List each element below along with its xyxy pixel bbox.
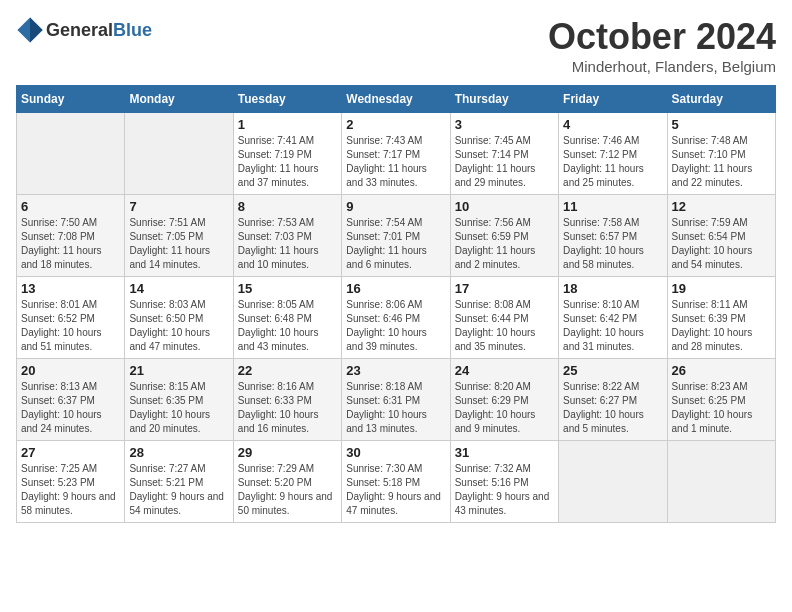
day-info: Sunrise: 8:16 AMSunset: 6:33 PMDaylight:… — [238, 380, 337, 436]
calendar-cell — [667, 441, 775, 523]
day-info: Sunrise: 7:43 AMSunset: 7:17 PMDaylight:… — [346, 134, 445, 190]
calendar-subtitle: Minderhout, Flanders, Belgium — [548, 58, 776, 75]
calendar-cell: 17Sunrise: 8:08 AMSunset: 6:44 PMDayligh… — [450, 277, 558, 359]
day-info: Sunrise: 8:11 AMSunset: 6:39 PMDaylight:… — [672, 298, 771, 354]
calendar-cell: 22Sunrise: 8:16 AMSunset: 6:33 PMDayligh… — [233, 359, 341, 441]
day-number: 15 — [238, 281, 337, 296]
day-info: Sunrise: 7:53 AMSunset: 7:03 PMDaylight:… — [238, 216, 337, 272]
calendar-cell: 27Sunrise: 7:25 AMSunset: 5:23 PMDayligh… — [17, 441, 125, 523]
calendar-cell: 19Sunrise: 8:11 AMSunset: 6:39 PMDayligh… — [667, 277, 775, 359]
day-number: 9 — [346, 199, 445, 214]
calendar-cell: 8Sunrise: 7:53 AMSunset: 7:03 PMDaylight… — [233, 195, 341, 277]
calendar-cell: 1Sunrise: 7:41 AMSunset: 7:19 PMDaylight… — [233, 113, 341, 195]
calendar-cell: 30Sunrise: 7:30 AMSunset: 5:18 PMDayligh… — [342, 441, 450, 523]
day-number: 25 — [563, 363, 662, 378]
day-number: 30 — [346, 445, 445, 460]
day-number: 19 — [672, 281, 771, 296]
day-number: 11 — [563, 199, 662, 214]
day-info: Sunrise: 8:15 AMSunset: 6:35 PMDaylight:… — [129, 380, 228, 436]
day-number: 21 — [129, 363, 228, 378]
calendar-title: October 2024 — [548, 16, 776, 58]
day-info: Sunrise: 8:05 AMSunset: 6:48 PMDaylight:… — [238, 298, 337, 354]
page-header: GeneralBlue October 2024 Minderhout, Fla… — [16, 16, 776, 75]
day-number: 4 — [563, 117, 662, 132]
day-info: Sunrise: 7:50 AMSunset: 7:08 PMDaylight:… — [21, 216, 120, 272]
calendar-cell — [559, 441, 667, 523]
calendar-week-row: 6Sunrise: 7:50 AMSunset: 7:08 PMDaylight… — [17, 195, 776, 277]
weekday-row: SundayMondayTuesdayWednesdayThursdayFrid… — [17, 86, 776, 113]
day-info: Sunrise: 7:56 AMSunset: 6:59 PMDaylight:… — [455, 216, 554, 272]
logo-blue: Blue — [113, 20, 152, 40]
calendar-cell: 23Sunrise: 8:18 AMSunset: 6:31 PMDayligh… — [342, 359, 450, 441]
calendar-cell: 2Sunrise: 7:43 AMSunset: 7:17 PMDaylight… — [342, 113, 450, 195]
day-info: Sunrise: 7:41 AMSunset: 7:19 PMDaylight:… — [238, 134, 337, 190]
day-info: Sunrise: 7:58 AMSunset: 6:57 PMDaylight:… — [563, 216, 662, 272]
calendar-cell — [17, 113, 125, 195]
day-info: Sunrise: 7:30 AMSunset: 5:18 PMDaylight:… — [346, 462, 445, 518]
calendar-cell: 9Sunrise: 7:54 AMSunset: 7:01 PMDaylight… — [342, 195, 450, 277]
day-info: Sunrise: 8:18 AMSunset: 6:31 PMDaylight:… — [346, 380, 445, 436]
weekday-header: Wednesday — [342, 86, 450, 113]
calendar-cell: 7Sunrise: 7:51 AMSunset: 7:05 PMDaylight… — [125, 195, 233, 277]
day-info: Sunrise: 7:48 AMSunset: 7:10 PMDaylight:… — [672, 134, 771, 190]
weekday-header: Thursday — [450, 86, 558, 113]
calendar-cell: 14Sunrise: 8:03 AMSunset: 6:50 PMDayligh… — [125, 277, 233, 359]
calendar-table: SundayMondayTuesdayWednesdayThursdayFrid… — [16, 85, 776, 523]
calendar-week-row: 27Sunrise: 7:25 AMSunset: 5:23 PMDayligh… — [17, 441, 776, 523]
day-number: 26 — [672, 363, 771, 378]
day-number: 31 — [455, 445, 554, 460]
calendar-cell: 26Sunrise: 8:23 AMSunset: 6:25 PMDayligh… — [667, 359, 775, 441]
calendar-cell: 3Sunrise: 7:45 AMSunset: 7:14 PMDaylight… — [450, 113, 558, 195]
calendar-cell: 15Sunrise: 8:05 AMSunset: 6:48 PMDayligh… — [233, 277, 341, 359]
calendar-cell: 24Sunrise: 8:20 AMSunset: 6:29 PMDayligh… — [450, 359, 558, 441]
calendar-cell: 21Sunrise: 8:15 AMSunset: 6:35 PMDayligh… — [125, 359, 233, 441]
calendar-cell: 10Sunrise: 7:56 AMSunset: 6:59 PMDayligh… — [450, 195, 558, 277]
day-info: Sunrise: 8:10 AMSunset: 6:42 PMDaylight:… — [563, 298, 662, 354]
calendar-body: 1Sunrise: 7:41 AMSunset: 7:19 PMDaylight… — [17, 113, 776, 523]
calendar-cell: 11Sunrise: 7:58 AMSunset: 6:57 PMDayligh… — [559, 195, 667, 277]
calendar-header: SundayMondayTuesdayWednesdayThursdayFrid… — [17, 86, 776, 113]
weekday-header: Friday — [559, 86, 667, 113]
day-number: 18 — [563, 281, 662, 296]
weekday-header: Saturday — [667, 86, 775, 113]
svg-marker-1 — [30, 17, 43, 42]
day-info: Sunrise: 8:20 AMSunset: 6:29 PMDaylight:… — [455, 380, 554, 436]
title-block: October 2024 Minderhout, Flanders, Belgi… — [548, 16, 776, 75]
calendar-cell: 5Sunrise: 7:48 AMSunset: 7:10 PMDaylight… — [667, 113, 775, 195]
day-info: Sunrise: 7:54 AMSunset: 7:01 PMDaylight:… — [346, 216, 445, 272]
calendar-cell: 12Sunrise: 7:59 AMSunset: 6:54 PMDayligh… — [667, 195, 775, 277]
day-number: 1 — [238, 117, 337, 132]
day-info: Sunrise: 7:29 AMSunset: 5:20 PMDaylight:… — [238, 462, 337, 518]
day-info: Sunrise: 7:59 AMSunset: 6:54 PMDaylight:… — [672, 216, 771, 272]
day-info: Sunrise: 7:51 AMSunset: 7:05 PMDaylight:… — [129, 216, 228, 272]
logo-icon — [16, 16, 44, 44]
day-number: 23 — [346, 363, 445, 378]
day-number: 3 — [455, 117, 554, 132]
weekday-header: Monday — [125, 86, 233, 113]
calendar-cell: 18Sunrise: 8:10 AMSunset: 6:42 PMDayligh… — [559, 277, 667, 359]
calendar-cell: 13Sunrise: 8:01 AMSunset: 6:52 PMDayligh… — [17, 277, 125, 359]
day-number: 8 — [238, 199, 337, 214]
calendar-cell: 4Sunrise: 7:46 AMSunset: 7:12 PMDaylight… — [559, 113, 667, 195]
day-info: Sunrise: 8:06 AMSunset: 6:46 PMDaylight:… — [346, 298, 445, 354]
day-number: 6 — [21, 199, 120, 214]
day-number: 2 — [346, 117, 445, 132]
day-info: Sunrise: 7:45 AMSunset: 7:14 PMDaylight:… — [455, 134, 554, 190]
day-info: Sunrise: 8:13 AMSunset: 6:37 PMDaylight:… — [21, 380, 120, 436]
calendar-cell: 20Sunrise: 8:13 AMSunset: 6:37 PMDayligh… — [17, 359, 125, 441]
day-info: Sunrise: 8:01 AMSunset: 6:52 PMDaylight:… — [21, 298, 120, 354]
day-number: 27 — [21, 445, 120, 460]
logo-general: General — [46, 20, 113, 40]
day-info: Sunrise: 8:22 AMSunset: 6:27 PMDaylight:… — [563, 380, 662, 436]
day-info: Sunrise: 7:46 AMSunset: 7:12 PMDaylight:… — [563, 134, 662, 190]
day-number: 14 — [129, 281, 228, 296]
calendar-cell: 25Sunrise: 8:22 AMSunset: 6:27 PMDayligh… — [559, 359, 667, 441]
weekday-header: Tuesday — [233, 86, 341, 113]
day-info: Sunrise: 8:08 AMSunset: 6:44 PMDaylight:… — [455, 298, 554, 354]
day-number: 29 — [238, 445, 337, 460]
calendar-cell: 28Sunrise: 7:27 AMSunset: 5:21 PMDayligh… — [125, 441, 233, 523]
calendar-cell: 16Sunrise: 8:06 AMSunset: 6:46 PMDayligh… — [342, 277, 450, 359]
day-number: 7 — [129, 199, 228, 214]
calendar-week-row: 13Sunrise: 8:01 AMSunset: 6:52 PMDayligh… — [17, 277, 776, 359]
calendar-cell: 29Sunrise: 7:29 AMSunset: 5:20 PMDayligh… — [233, 441, 341, 523]
